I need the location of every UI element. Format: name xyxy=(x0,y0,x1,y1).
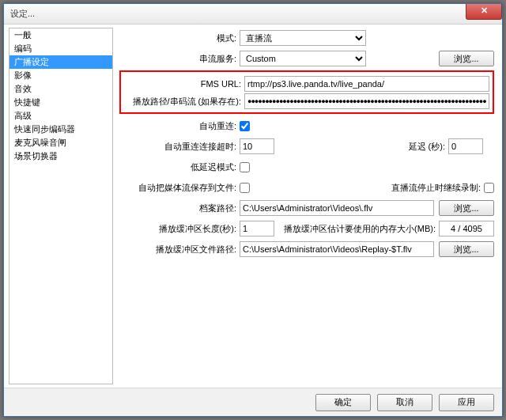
mode-label: 模式: xyxy=(119,32,240,44)
keep-recording-label: 直播流停止时继续录制: xyxy=(391,182,484,194)
content: 一般编码广播设定影像音效快捷键高级快速同步编码器麦克风噪音闸场景切换器 模式: … xyxy=(4,25,502,388)
replay-mem-value: 4 / 4095 xyxy=(439,221,494,236)
auto-reconnect-timeout-input[interactable] xyxy=(240,138,274,154)
replay-len-input[interactable] xyxy=(240,221,274,236)
archive-browse-button[interactable]: 浏览... xyxy=(439,200,494,216)
archive-path-label: 档案路径: xyxy=(119,202,240,214)
stream-key-input[interactable] xyxy=(244,93,489,109)
sidebar-item-5[interactable]: 快捷键 xyxy=(9,96,112,109)
auto-save-label: 自动把媒体流保存到文件: xyxy=(119,182,240,194)
settings-window: 设定... ✕ 一般编码广播设定影像音效快捷键高级快速同步编码器麦克风噪音闸场景… xyxy=(3,3,503,417)
service-browse-button[interactable]: 浏览... xyxy=(439,51,494,66)
auto-reconnect-checkbox[interactable] xyxy=(240,121,250,131)
cancel-button[interactable]: 取消 xyxy=(377,394,432,411)
service-label: 串流服务: xyxy=(119,53,240,65)
sidebar-item-6[interactable]: 高级 xyxy=(9,109,112,123)
replay-browse-button[interactable]: 浏览... xyxy=(439,241,494,257)
archive-path-input[interactable] xyxy=(240,200,434,216)
close-button[interactable]: ✕ xyxy=(466,4,502,20)
auto-reconnect-label: 自动重连: xyxy=(119,120,240,132)
apply-button[interactable]: 应用 xyxy=(439,394,494,411)
footer: 确定 取消 应用 xyxy=(4,388,502,416)
highlight-box: FMS URL: 播放路径/串码流 (如果存在): xyxy=(119,70,494,114)
low-latency-checkbox[interactable] xyxy=(240,162,250,172)
sidebar-item-9[interactable]: 场景切换器 xyxy=(9,149,112,163)
service-select[interactable]: Custom xyxy=(240,51,366,66)
auto-reconnect-timeout-label: 自动重连连接超时: xyxy=(119,141,240,153)
delay-input[interactable] xyxy=(448,138,483,154)
replay-path-label: 播放缓冲区文件路径: xyxy=(119,244,240,255)
delay-label: 延迟 (秒): xyxy=(409,141,448,153)
sidebar-item-2[interactable]: 广播设定 xyxy=(9,55,112,69)
replay-len-label: 播放缓冲区长度(秒): xyxy=(119,223,240,235)
titlebar: 设定... ✕ xyxy=(4,4,502,25)
keep-recording-checkbox[interactable] xyxy=(484,183,494,193)
sidebar-item-8[interactable]: 麦克风噪音闸 xyxy=(9,136,112,149)
low-latency-label: 低延迟模式: xyxy=(119,161,240,173)
sidebar-item-7[interactable]: 快速同步编码器 xyxy=(9,123,112,136)
sidebar-item-3[interactable]: 影像 xyxy=(9,69,112,82)
stream-key-label: 播放路径/串码流 (如果存在): xyxy=(124,96,244,108)
sidebar-item-0[interactable]: 一般 xyxy=(9,28,112,42)
sidebar: 一般编码广播设定影像音效快捷键高级快速同步编码器麦克风噪音闸场景切换器 xyxy=(9,28,113,384)
fms-url-input[interactable] xyxy=(244,76,489,92)
main-panel: 模式: 直播流 串流服务: Custom 浏览... FMS URL: 播放路径… xyxy=(113,25,502,388)
mode-select[interactable]: 直播流 xyxy=(240,30,366,46)
sidebar-item-1[interactable]: 编码 xyxy=(9,42,112,55)
window-title: 设定... xyxy=(10,8,35,20)
replay-path-input[interactable] xyxy=(240,241,434,257)
replay-mem-label: 播放缓冲区估计要使用的内存大小(MB): xyxy=(284,223,439,235)
close-icon: ✕ xyxy=(481,6,488,15)
sidebar-item-4[interactable]: 音效 xyxy=(9,82,112,96)
ok-button[interactable]: 确定 xyxy=(315,394,371,411)
auto-save-checkbox[interactable] xyxy=(240,183,250,193)
fms-url-label: FMS URL: xyxy=(124,79,244,89)
